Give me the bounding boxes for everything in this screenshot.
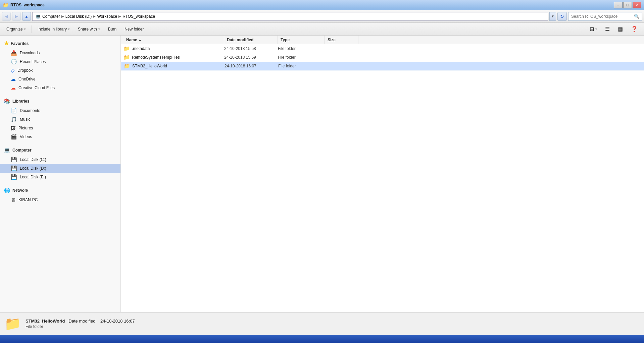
help-button[interactable]: ❓ [627,24,641,34]
libraries-icon: 📚 [4,98,10,104]
back-icon: ◀ [5,14,8,19]
recent-places-icon: 🕐 [11,59,17,65]
file-name-cell: 📁 STM32_HelloWorld [124,63,225,69]
folder-icon-stm32: 📁 [124,63,130,69]
file-date-cell: 24-10-2018 15:59 [224,55,278,60]
burn-button[interactable]: Burn [104,24,120,34]
title-bar: 📁 RTOS_workspace − □ ✕ [0,0,644,10]
dropbox-label: Dropbox [17,68,33,73]
sidebar-item-recent-places[interactable]: 🕐 Recent Places [0,57,120,66]
sidebar-item-documents[interactable]: 📄 Documents [0,106,120,115]
folder-icon-metadata: 📁 [123,46,130,52]
libraries-label: Libraries [12,99,30,104]
details-view-button[interactable]: ☰ [601,24,613,34]
creative-cloud-icon: ☁ [11,85,16,91]
sidebar-item-videos[interactable]: 🎬 Videos [0,132,120,141]
burn-label: Burn [108,27,116,32]
new-folder-label: New folder [125,27,144,32]
path-computer[interactable]: Computer [42,14,60,19]
include-label: Include in library [38,27,67,32]
network-label: Network [12,188,28,193]
sidebar-item-local-e[interactable]: 💾 Local Disk (E:) [0,173,120,181]
path-rtos[interactable]: RTOS_workspace [122,14,155,19]
maximize-button[interactable]: □ [623,2,632,8]
address-path[interactable]: 💻 Computer ▶ Local Disk (D:) ▶ Workspace… [32,12,548,21]
minimize-button[interactable]: − [614,2,623,8]
toolbar-sep-1 [32,25,32,33]
file-name-cell: 📁 .metadata [123,46,224,52]
file-name-text: .metadata [132,46,150,51]
status-selected-name: STM32_HelloWorld Date modified: 24-10-20… [26,319,135,324]
organize-button[interactable]: Organize ▾ [3,24,30,34]
views-button[interactable]: ⊞ ▾ [586,24,601,34]
views-arrow: ▾ [595,27,597,31]
path-sep-1: ▶ [61,14,64,18]
share-arrow: ▾ [98,27,100,31]
organize-arrow: ▾ [24,27,26,31]
search-wrapper: 🔍 [568,12,642,21]
pictures-label: Pictures [18,126,33,130]
col-header-type[interactable]: Type [278,36,325,44]
libraries-section[interactable]: 📚 Libraries [0,96,120,106]
back-button[interactable]: ◀ [2,12,11,21]
share-with-button[interactable]: Share with ▾ [74,24,104,34]
file-name-cell: 📁 RemoteSystemsTempFiles [123,54,224,60]
up-button[interactable]: ▲ [22,12,31,21]
onedrive-label: OneDrive [18,77,36,81]
sidebar-item-music[interactable]: 🎵 Music [0,115,120,124]
details-icon: ☰ [605,26,610,32]
main-layout: ★ Favorites 📥 Downloads 🕐 Recent Places … [0,36,644,312]
pictures-icon: 🖼 [11,125,16,131]
search-input[interactable] [568,12,642,21]
col-header-date[interactable]: Date modified [224,36,278,44]
kiran-pc-label: KIRAN-PC [18,197,38,202]
favorites-section[interactable]: ★ Favorites [0,38,120,49]
sidebar-item-local-c[interactable]: 💾 Local Disk (C:) [0,155,120,164]
network-icon: 🌐 [4,187,10,193]
sidebar-item-downloads[interactable]: 📥 Downloads [0,49,120,57]
path-sep-2: ▶ [93,14,96,18]
status-text: STM32_HelloWorld Date modified: 24-10-20… [26,319,135,329]
status-date-label: Date modified: [68,319,97,324]
table-row[interactable]: 📁 .metadata 24-10-2018 15:58 File folder [121,44,644,53]
file-name-text: STM32_HelloWorld [132,64,167,68]
local-d-icon: 💾 [11,165,17,171]
column-headers: Name ▲ Date modified Type Size [121,36,644,44]
forward-button[interactable]: ▶ [12,12,21,21]
path-workspace[interactable]: Workspace [97,14,117,19]
close-button[interactable]: ✕ [633,2,641,8]
sidebar-item-onedrive[interactable]: ☁ OneDrive [0,75,120,83]
local-c-icon: 💾 [11,157,17,163]
col-header-name[interactable]: Name ▲ [123,36,224,44]
table-row[interactable]: 📁 STM32_HelloWorld 24-10-2018 16:07 File… [121,62,644,70]
status-folder-icon: 📁 [4,315,21,333]
file-list: 📁 .metadata 24-10-2018 15:58 File folder… [121,44,644,312]
path-local-d[interactable]: Local Disk (D:) [65,14,92,19]
refresh-button[interactable]: ↻ [557,12,567,21]
dropbox-icon: ◇ [11,67,15,73]
file-type-cell: File folder [278,64,325,68]
table-row[interactable]: 📁 RemoteSystemsTempFiles 24-10-2018 15:5… [121,53,644,62]
computer-label: Computer [12,148,32,153]
sidebar-item-pictures[interactable]: 🖼 Pictures [0,124,120,132]
sidebar-item-creative-cloud[interactable]: ☁ Creative Cloud Files [0,83,120,92]
local-e-label: Local Disk (E:) [20,175,46,179]
network-section[interactable]: 🌐 Network [0,185,120,195]
sidebar-item-dropbox[interactable]: ◇ Dropbox [0,66,120,75]
include-in-library-button[interactable]: Include in library ▾ [34,24,73,34]
kiran-pc-icon: 🖥 [11,197,16,203]
computer-section[interactable]: 💻 Computer [0,145,120,155]
videos-label: Videos [20,134,32,139]
sidebar-item-local-d[interactable]: 💾 Local Disk (D:) [0,164,120,173]
creative-cloud-label: Creative Cloud Files [18,85,55,90]
folder-title-icon: 📁 [3,2,8,8]
content-area: Name ▲ Date modified Type Size 📁 .metada… [121,36,644,312]
new-folder-button[interactable]: New folder [121,24,147,34]
sidebar-item-kiran-pc[interactable]: 🖥 KIRAN-PC [0,195,120,204]
preview-pane-button[interactable]: ▦ [614,24,627,34]
col-header-size[interactable]: Size [325,36,358,44]
sort-icon: ▲ [139,38,142,42]
path-dropdown[interactable]: ▼ [549,12,556,21]
computer-icon-sidebar: 💻 [4,147,10,153]
local-e-icon: 💾 [11,174,17,180]
